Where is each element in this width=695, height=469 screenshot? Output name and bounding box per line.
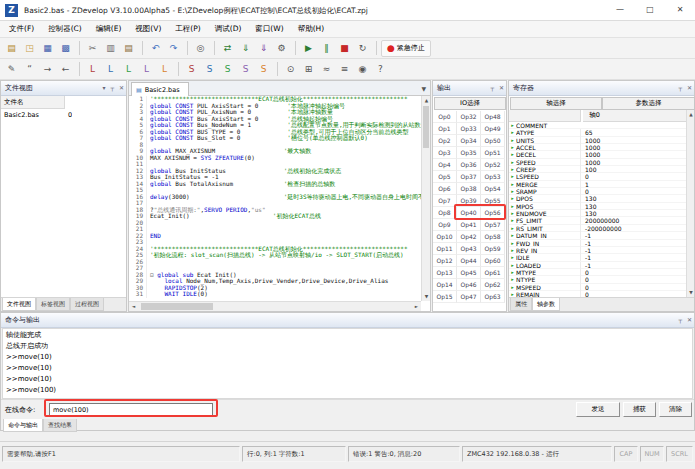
io-op41[interactable]: Op41 xyxy=(457,219,481,231)
menu-item-7[interactable]: 窗口(W) xyxy=(248,21,290,37)
tb1-save-all-button[interactable]: ▩ xyxy=(57,40,74,57)
io-op4[interactable]: Op4 xyxy=(433,159,457,171)
tb2-scope-s3-button[interactable]: S xyxy=(219,61,236,78)
io-op58[interactable]: Op58 xyxy=(481,231,505,243)
command-tab-2[interactable]: 查找结果 xyxy=(43,419,77,432)
param-value[interactable]: 130 xyxy=(580,203,596,210)
scroll-up-icon[interactable]: ▲ xyxy=(687,110,695,119)
tb2-outdent-button[interactable]: ← xyxy=(57,61,74,78)
param-value[interactable]: -1 xyxy=(580,240,591,247)
io-op12[interactable]: Op12 xyxy=(433,255,457,267)
io-op6[interactable]: Op6 xyxy=(433,183,457,195)
tb2-edit-button[interactable]: ✎ xyxy=(3,61,20,78)
io-op15[interactable]: Op15 xyxy=(433,291,457,303)
io-op1[interactable]: Op1 xyxy=(433,123,457,135)
io-op53[interactable]: Op53 xyxy=(481,171,505,183)
param-value[interactable]: 130 xyxy=(580,210,596,217)
param-value[interactable]: 0 xyxy=(580,276,589,283)
tb1-compile-button[interactable]: ⚙ xyxy=(273,40,290,57)
scroll-down-icon[interactable]: ▼ xyxy=(422,292,431,301)
scrollbar-thumb[interactable] xyxy=(141,303,213,310)
tb2-view-l1-button[interactable]: L xyxy=(84,61,101,78)
tb2-help-button[interactable]: ? xyxy=(372,61,389,78)
io-op14[interactable]: Op14 xyxy=(433,279,457,291)
close-icon[interactable]: ✕ xyxy=(687,84,692,91)
tb1-stop-button[interactable]: ■ xyxy=(336,40,353,57)
panel-menu-icon[interactable]: ▾ xyxy=(102,84,105,91)
io-op32[interactable]: Op32 xyxy=(457,111,481,123)
io-op47[interactable]: Op47 xyxy=(457,291,481,303)
tb2-view-l3-button[interactable]: L xyxy=(120,61,137,78)
io-op43[interactable]: Op43 xyxy=(457,243,481,255)
menu-item-8[interactable]: 帮助(H) xyxy=(291,21,332,37)
param-value[interactable]: 100 xyxy=(580,166,596,173)
io-op5[interactable]: Op5 xyxy=(433,171,457,183)
io-op59[interactable]: Op59 xyxy=(481,243,505,255)
io-op37[interactable]: Op37 xyxy=(457,171,481,183)
io-op39[interactable]: Op39 xyxy=(457,195,481,207)
io-op34[interactable]: Op34 xyxy=(457,135,481,147)
tb1-find-button[interactable]: ◎ xyxy=(192,40,209,57)
capture-button[interactable]: 捕获 xyxy=(623,402,656,417)
io-op55[interactable]: Op55 xyxy=(481,195,505,207)
io-op35[interactable]: Op35 xyxy=(457,147,481,159)
command-output-log[interactable]: 轴使能完成总线开启成功>>move(10)>>move(10)>>move(10… xyxy=(2,328,693,399)
param-value[interactable]: 1000 xyxy=(580,159,600,166)
online-command-input[interactable] xyxy=(49,403,213,417)
io-op42[interactable]: Op42 xyxy=(457,231,481,243)
menu-item-5[interactable]: 工程(P) xyxy=(168,21,207,37)
menu-item-6[interactable]: 调试(D) xyxy=(208,21,249,37)
file-column-1[interactable]: 文件名 xyxy=(1,96,65,109)
menu-item-4[interactable]: 视图(V) xyxy=(128,21,168,37)
io-op36[interactable]: Op36 xyxy=(457,159,481,171)
register-tab-2[interactable]: 轴参数 xyxy=(532,298,560,311)
io-op38[interactable]: Op38 xyxy=(457,183,481,195)
menu-item-2[interactable]: 控制器(C) xyxy=(41,21,89,37)
file-view-tab-2[interactable]: 标签视图 xyxy=(36,298,70,311)
io-op10[interactable]: Op10 xyxy=(433,231,457,243)
tb2-scope-s4-button[interactable]: S xyxy=(237,61,254,78)
io-op56[interactable]: Op56 xyxy=(481,207,505,219)
io-op45[interactable]: Op45 xyxy=(457,267,481,279)
tb1-open-file-button[interactable]: ◳ xyxy=(21,40,38,57)
param-value[interactable]: 0 xyxy=(580,173,589,180)
tb1-connect-controller-button[interactable]: ⇄ xyxy=(219,40,236,57)
tb2-scope-s1-button[interactable]: S xyxy=(183,61,200,78)
param-value[interactable]: 130 xyxy=(580,195,596,202)
pin-icon[interactable]: ┬ xyxy=(678,84,682,91)
pin-icon[interactable]: ┬ xyxy=(490,84,494,91)
io-op2[interactable]: Op2 xyxy=(433,135,457,147)
param-value[interactable]: 0 xyxy=(580,188,589,195)
code-area[interactable]: 1'*****************************ECAT总线初始化… xyxy=(129,96,421,301)
tb2-oscilloscope-button[interactable]: ≈ xyxy=(318,61,335,78)
scroll-left-icon[interactable]: ◄ xyxy=(129,302,138,311)
tb2-view-l2-button[interactable]: L xyxy=(102,61,119,78)
tb1-undo-button[interactable]: ↶ xyxy=(147,40,164,57)
param-value[interactable]: 0 xyxy=(580,284,589,291)
io-op63[interactable]: Op63 xyxy=(481,291,505,303)
clear-button[interactable]: 清除 xyxy=(659,402,692,417)
param-value[interactable]: 1000 xyxy=(580,151,600,158)
file-row[interactable]: Basic2.bas0 xyxy=(1,109,126,121)
io-op9[interactable]: Op9 xyxy=(433,219,457,231)
editor-horizontal-scrollbar[interactable]: ◄ ► xyxy=(129,301,421,311)
tb2-view-l5-button[interactable]: L xyxy=(156,61,173,78)
io-op60[interactable]: Op60 xyxy=(481,255,505,267)
io-op13[interactable]: Op13 xyxy=(433,267,457,279)
tb1-save-button[interactable]: ▦ xyxy=(39,40,56,57)
tb2-io-view-button[interactable]: ⊙ xyxy=(282,61,299,78)
param-select-button[interactable]: 参数选择 xyxy=(602,97,695,110)
io-op49[interactable]: Op49 xyxy=(481,123,505,135)
file-view-tab-3[interactable]: 过程视图 xyxy=(70,298,104,311)
editor-vertical-scrollbar[interactable]: ▲ ▼ xyxy=(421,96,430,301)
close-icon[interactable]: ✕ xyxy=(119,84,124,91)
param-value[interactable]: -1 xyxy=(580,254,591,261)
register-scrollbar[interactable]: ▲ ▼ xyxy=(686,110,694,297)
io-op50[interactable]: Op50 xyxy=(481,135,505,147)
param-value[interactable]: 1000 xyxy=(580,137,600,144)
io-op0[interactable]: Op0 xyxy=(433,111,457,123)
command-tab-1[interactable]: 命令与输出 xyxy=(3,419,43,432)
io-op52[interactable]: Op52 xyxy=(481,159,505,171)
param-value[interactable]: -1 xyxy=(580,262,591,269)
param-value[interactable]: 0 xyxy=(580,269,589,276)
